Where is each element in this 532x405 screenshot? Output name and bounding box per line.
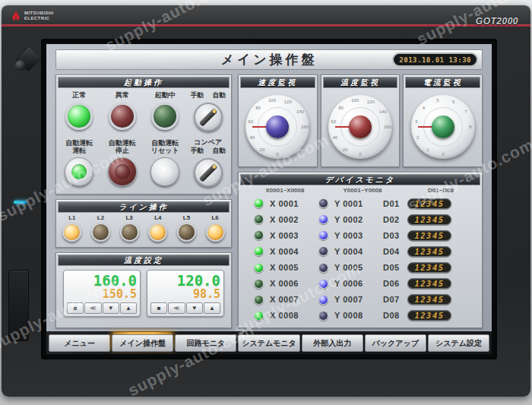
y-lamp bbox=[318, 230, 328, 240]
line-lamp-button[interactable] bbox=[91, 223, 110, 242]
gauge-tick-label: 140 bbox=[379, 109, 387, 113]
screen-frame: メイン操作盤 2013.10.01 13:30 起動操作 正常 bbox=[41, 39, 497, 359]
tab-circuit-monitor[interactable]: 回路モニタ bbox=[175, 334, 236, 352]
y-lamp bbox=[318, 198, 328, 208]
d-value-display: 12345 bbox=[407, 230, 451, 241]
conveyor-selector[interactable] bbox=[194, 158, 223, 187]
line-lamp-cell: L1 bbox=[58, 214, 87, 245]
d-value-display: 12345 bbox=[407, 198, 451, 209]
startup-panel-header: 起動操作 bbox=[58, 77, 230, 88]
temp1-down-button[interactable]: ▼ bbox=[103, 302, 119, 314]
gauge-knob bbox=[266, 115, 289, 138]
temp2-stop-button[interactable]: ■ bbox=[150, 302, 167, 314]
x-label: X 0006 bbox=[270, 279, 314, 288]
auto-reset-cell: 自動運転 リセット bbox=[144, 138, 187, 190]
manual-auto-selector[interactable] bbox=[194, 103, 223, 131]
run-label1: 自動運転 bbox=[58, 139, 101, 147]
device-monitor-row: X 0002 Y 0002 D02 12345 bbox=[240, 214, 480, 225]
auto-reset-lamp bbox=[157, 164, 173, 179]
line-lamp-button[interactable] bbox=[148, 223, 167, 242]
right-column: 速度監視 0 20 40 60 80 100 120 bbox=[238, 74, 483, 328]
device-monitor-header: デバイスモニタ bbox=[240, 174, 480, 185]
gauge-tick-label: 1 bbox=[426, 147, 429, 151]
device-monitor-row: X 0004 Y 0004 D04 12345 bbox=[240, 246, 480, 257]
line-lamp-label: L5 bbox=[173, 214, 201, 222]
interface-cover[interactable] bbox=[8, 270, 29, 341]
y-lamp bbox=[318, 311, 328, 321]
tab-system-monitor[interactable]: システムモニタ bbox=[238, 334, 299, 352]
brand-logo: MITSUBISHI ELECTRIC bbox=[11, 11, 54, 21]
run-label2: 運転 bbox=[58, 147, 101, 154]
x-label: X 0001 bbox=[270, 199, 314, 208]
selector-handle-icon bbox=[198, 163, 217, 182]
page-title: メイン操作盤 bbox=[220, 51, 317, 68]
auto-run-button[interactable] bbox=[65, 157, 93, 186]
temp2-sv-value: 98.5 bbox=[150, 288, 220, 300]
device-monitor-row: X 0005 Y 0005 D05 12345 bbox=[240, 262, 480, 273]
main-area: 起動操作 正常 異常 起動中 bbox=[55, 74, 483, 328]
x-label: X 0007 bbox=[270, 295, 314, 304]
tab-label: 外部入出力 bbox=[313, 338, 351, 349]
tab-menu[interactable]: メニュー bbox=[49, 334, 110, 352]
temp2-pv-value: 120.0 bbox=[150, 273, 220, 288]
tab-label: 回路モニタ bbox=[187, 338, 226, 349]
tab-system-settings[interactable]: システム設定 bbox=[428, 334, 489, 352]
speed-gauge-dial: 0 20 40 60 80 100 120 140 160 bbox=[245, 95, 309, 159]
line-lamp-cell: L5 bbox=[173, 214, 201, 245]
temp1-stop-button[interactable]: ■ bbox=[67, 302, 84, 314]
line-lamp-cell: L2 bbox=[87, 214, 116, 245]
tab-label: メイン操作盤 bbox=[119, 338, 166, 349]
tab-external-io[interactable]: 外部入出力 bbox=[302, 334, 363, 352]
auto-run-lamp bbox=[71, 164, 87, 179]
gauge-tick-label: 4 bbox=[423, 105, 425, 109]
y-label: Y 0001 bbox=[334, 199, 378, 208]
tab-main-panel[interactable]: メイン操作盤 bbox=[112, 334, 173, 352]
temp-controller-2: 120.0 98.5 ■ ≪ ▼ ▲ bbox=[147, 270, 224, 317]
auto-stop-lamp bbox=[115, 164, 130, 179]
x-lamp bbox=[254, 295, 264, 305]
line-lamp-cell: L4 bbox=[144, 214, 173, 245]
stop-label2: 停止 bbox=[101, 147, 144, 154]
device-monitor-row: X 0003 Y 0003 D03 12345 bbox=[240, 230, 480, 241]
hmi-display: メイン操作盤 2013.10.01 13:30 起動操作 正常 bbox=[46, 44, 492, 354]
gauge-tick-label: 0 bbox=[277, 152, 279, 157]
error-indicator: 異常 bbox=[101, 91, 144, 134]
reset-label2: リセット bbox=[144, 147, 187, 154]
gauge-tick-label: 6 bbox=[452, 99, 454, 103]
line-panel: ライン操作 L1 L2 L3 bbox=[55, 199, 232, 248]
bezel-red-stripe bbox=[2, 24, 530, 27]
device-monitor-column-headers: X0001~X0008 Y0001~Y0008 D01~D08 bbox=[240, 187, 480, 194]
conveyor-manual-label: 手動 bbox=[191, 147, 204, 155]
temp2-down-button[interactable]: ▼ bbox=[186, 302, 203, 314]
tab-backup[interactable]: バックアップ bbox=[365, 334, 426, 352]
temp1-fast-down-button[interactable]: ≪ bbox=[84, 302, 101, 314]
left-column: 起動操作 正常 異常 起動中 bbox=[55, 74, 232, 328]
line-lamp-button[interactable] bbox=[177, 223, 196, 242]
gauge-knob bbox=[432, 115, 454, 138]
y-label: Y 0008 bbox=[334, 311, 378, 320]
brand-line1: MITSUBISHI bbox=[24, 11, 54, 16]
temp-controller-1: 160.0 150.5 ■ ≪ ▼ ▲ bbox=[63, 270, 141, 317]
gauge-tick-label: 100 bbox=[351, 97, 359, 102]
y-label: Y 0006 bbox=[334, 279, 378, 288]
stop-label1: 自動運転 bbox=[101, 139, 144, 147]
selector-handle-icon bbox=[198, 108, 217, 127]
auto-stop-button[interactable] bbox=[108, 157, 137, 186]
gauge-tick-label: 120 bbox=[284, 99, 292, 103]
gauge-tick-label: 120 bbox=[367, 99, 375, 103]
tab-label: システム設定 bbox=[435, 338, 482, 349]
line-lamp-button[interactable] bbox=[206, 223, 225, 242]
corner-emblem-icon bbox=[14, 48, 41, 75]
line-lamp-button[interactable] bbox=[62, 223, 81, 242]
temp1-up-button[interactable]: ▲ bbox=[120, 302, 137, 314]
tab-label: システムモニタ bbox=[242, 338, 296, 349]
conveyor-label: コンベア bbox=[187, 138, 230, 147]
temp2-up-button[interactable]: ▲ bbox=[204, 302, 220, 314]
y-lamp bbox=[318, 214, 328, 224]
line-lamp-button[interactable] bbox=[120, 223, 139, 242]
gauge-tick-label: 40 bbox=[250, 134, 255, 139]
y-label: Y 0002 bbox=[334, 215, 378, 224]
auto-reset-button[interactable] bbox=[150, 157, 179, 186]
y-label: Y 0005 bbox=[334, 263, 378, 272]
temp2-fast-down-button[interactable]: ≪ bbox=[168, 302, 185, 314]
